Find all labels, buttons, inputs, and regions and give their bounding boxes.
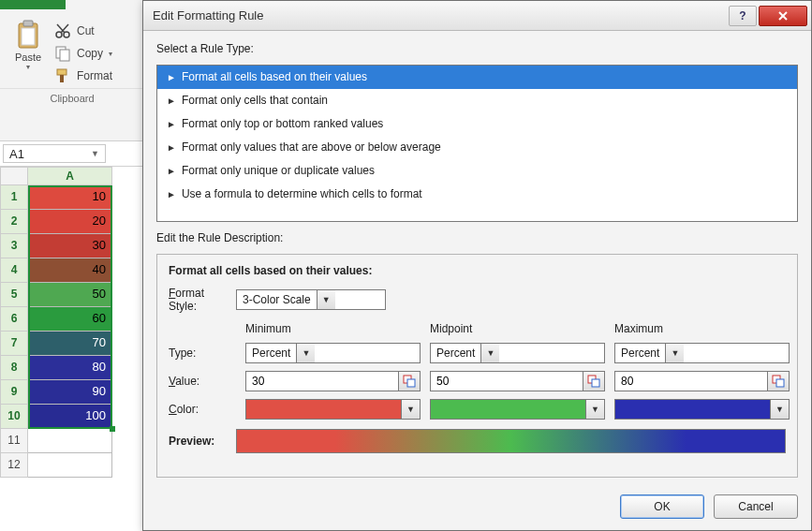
cell[interactable]: 40	[28, 258, 112, 283]
rule-type-text: Format only values that are above or bel…	[182, 140, 441, 154]
formula-bar: A1 ▼	[0, 140, 145, 167]
ribbon-clipboard-group: Paste ▾ Cut Copy ▾	[0, 0, 145, 140]
chevron-down-icon: ▼	[317, 290, 335, 309]
cell[interactable]: 90	[28, 380, 112, 405]
name-box-value: A1	[9, 147, 24, 161]
cell[interactable]: 10	[28, 185, 112, 210]
max-type-combo[interactable]: Percent▼	[614, 343, 790, 363]
rule-type-text: Format only cells that contain	[182, 94, 328, 107]
format-style-value: 3-Color Scale	[237, 290, 317, 309]
select-all-corner[interactable]	[0, 167, 28, 185]
dialog-title: Edit Formatting Rule	[153, 8, 727, 22]
min-color-swatch	[246, 400, 401, 419]
min-value-input[interactable]	[245, 371, 398, 391]
bullet-icon: ►	[167, 96, 176, 106]
svg-rect-16	[592, 379, 599, 387]
svg-rect-2	[22, 28, 35, 45]
chevron-down-icon: ▼	[91, 149, 99, 158]
rule-type-text: Format all cells based on their values	[182, 70, 367, 83]
ok-button[interactable]: OK	[620, 494, 704, 519]
mid-value-input-group	[430, 371, 605, 391]
help-button[interactable]: ?	[729, 6, 757, 26]
row-header[interactable]: 10	[0, 405, 28, 429]
bullet-icon: ►	[167, 72, 176, 82]
close-button[interactable]	[759, 6, 807, 26]
clipboard-group-label: Clipboard	[0, 88, 144, 110]
cut-label: Cut	[77, 24, 95, 37]
rule-type-text: Format only top or bottom ranked values	[182, 117, 383, 130]
rule-type-item[interactable]: ►Format only cells that contain	[157, 89, 797, 112]
cell[interactable]: 80	[28, 356, 112, 380]
max-value-input-group	[614, 371, 790, 391]
mid-ref-picker-button[interactable]	[583, 371, 605, 391]
max-value-input[interactable]	[614, 371, 767, 391]
max-color-swatch	[615, 400, 770, 419]
cell[interactable]: 70	[28, 332, 112, 356]
dialog-titlebar[interactable]: Edit Formatting Rule ?	[143, 1, 811, 31]
close-icon	[776, 9, 790, 22]
paste-button[interactable]: Paste ▾	[6, 17, 51, 84]
select-rule-type-label: Select a Rule Type:	[156, 42, 798, 55]
row-header[interactable]: 12	[0, 453, 28, 478]
preview-label: Preview:	[169, 435, 229, 448]
rule-type-item[interactable]: ►Format only values that are above or be…	[157, 136, 797, 159]
row-header[interactable]: 7	[0, 332, 28, 356]
cut-button[interactable]: Cut	[54, 22, 112, 39]
cell[interactable]: 20	[28, 210, 112, 234]
min-color-combo[interactable]: ▼	[245, 399, 421, 420]
cell[interactable]: 60	[28, 307, 112, 332]
rule-type-item[interactable]: ►Format only unique or duplicate values	[157, 159, 797, 183]
rule-type-item[interactable]: ►Format only top or bottom ranked values	[157, 112, 797, 136]
max-color-combo[interactable]: ▼	[614, 399, 790, 420]
max-ref-picker-button[interactable]	[767, 371, 790, 391]
cell[interactable]	[28, 429, 112, 453]
cell[interactable]: 50	[28, 283, 112, 307]
mid-color-combo[interactable]: ▼	[430, 399, 605, 420]
copy-label: Copy	[77, 47, 103, 60]
scissors-icon	[54, 22, 71, 39]
mid-value-input[interactable]	[430, 371, 583, 391]
cancel-button[interactable]: Cancel	[714, 494, 798, 519]
row-header[interactable]: 8	[0, 356, 28, 380]
ref-picker-icon	[587, 375, 600, 388]
row-header[interactable]: 1	[0, 185, 28, 210]
copy-button[interactable]: Copy ▾	[54, 45, 112, 62]
rule-type-list[interactable]: ►Format all cells based on their values►…	[156, 65, 798, 222]
row-header[interactable]: 6	[0, 307, 28, 332]
svg-rect-18	[776, 379, 784, 387]
svg-rect-9	[57, 69, 66, 75]
cell[interactable]: 30	[28, 234, 112, 258]
rule-type-text: Use a formula to determine which cells t…	[182, 187, 422, 200]
paste-icon	[15, 20, 41, 50]
rule-type-text: Format only unique or duplicate values	[182, 164, 375, 177]
row-header[interactable]: 9	[0, 380, 28, 405]
cell[interactable]	[28, 453, 112, 478]
column-header-a[interactable]: A	[28, 167, 112, 185]
svg-rect-8	[60, 50, 69, 61]
min-type-combo[interactable]: Percent▼	[245, 343, 421, 363]
min-ref-picker-button[interactable]	[398, 371, 421, 391]
row-header[interactable]: 5	[0, 283, 28, 307]
copy-icon	[54, 45, 71, 62]
name-box[interactable]: A1 ▼	[3, 144, 106, 163]
rule-type-item[interactable]: ►Format all cells based on their values	[157, 66, 797, 89]
midpoint-column-header: Midpoint	[430, 322, 605, 335]
format-painter-button[interactable]: Format	[54, 67, 112, 84]
mid-type-combo[interactable]: Percent▼	[430, 343, 605, 363]
help-icon: ?	[739, 9, 746, 22]
row-header[interactable]: 11	[0, 429, 28, 453]
worksheet-grid[interactable]: A 110220330440550660770880990101001112	[0, 167, 145, 478]
chevron-down-icon: ▼	[480, 344, 499, 362]
ref-picker-icon	[403, 375, 416, 388]
min-value-input-group	[245, 371, 421, 391]
paintbrush-icon	[54, 67, 71, 84]
edit-rule-description-label: Edit the Rule Description:	[156, 231, 798, 244]
edit-formatting-rule-dialog: Edit Formatting Rule ? Select a Rule Typ…	[142, 0, 812, 531]
row-header[interactable]: 4	[0, 258, 28, 283]
cell[interactable]: 100	[28, 405, 112, 429]
row-header[interactable]: 3	[0, 234, 28, 258]
format-style-combo[interactable]: 3-Color Scale ▼	[236, 289, 386, 310]
row-header[interactable]: 2	[0, 210, 28, 234]
minimum-column-header: Minimum	[245, 322, 421, 335]
rule-type-item[interactable]: ►Use a formula to determine which cells …	[157, 183, 797, 206]
